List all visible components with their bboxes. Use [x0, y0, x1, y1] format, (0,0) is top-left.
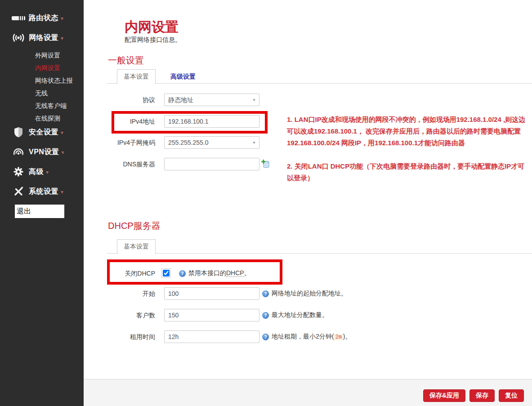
- dhcp-lease-input[interactable]: [164, 330, 259, 343]
- shield-icon: [8, 127, 29, 138]
- chevron-down-icon: [61, 187, 63, 196]
- sidebar-subitem-wan[interactable]: 外网设置: [35, 49, 60, 62]
- help-icon: [262, 334, 269, 340]
- gear-icon: [8, 166, 29, 177]
- dhcp-start-help: 网络地址的起始分配地址。: [272, 290, 347, 298]
- save-apply-button[interactable]: 保存&应用: [423, 389, 465, 402]
- dhcp-start-row: 开始 网络地址的起始分配地址。: [84, 287, 532, 300]
- dhcp-limit-label: 客户数: [108, 309, 155, 321]
- netmask-selected-value: 255.255.255.0: [164, 136, 259, 149]
- sidebar: 路由状态 网络设置 外网设置 内网设置 网络状态上报 无线 无线客户端 在线探测…: [0, 0, 84, 406]
- sidebar-item-label: 高级: [29, 167, 44, 177]
- dhcp-tab-basic-settings[interactable]: 基本设置: [117, 239, 156, 254]
- general-section-heading: 一般设置: [108, 54, 144, 67]
- router-admin-page: 路由状态 网络设置 外网设置 内网设置 网络状态上报 无线 无线客户端 在线探测…: [0, 0, 532, 406]
- chevron-down-icon: [46, 168, 49, 176]
- lease-min-code: 2m: [334, 334, 343, 340]
- sidebar-item-advanced[interactable]: 高级: [0, 165, 84, 178]
- chevron-down-icon: [61, 14, 63, 22]
- dns-input[interactable]: [164, 158, 259, 170]
- tab-divider: [107, 83, 532, 84]
- dns-label: DNS服务器: [108, 158, 155, 170]
- disable-dhcp-help: 禁用本接口的DHCP。: [188, 269, 250, 277]
- chevron-down-icon: [61, 148, 64, 156]
- signal-arcs-icon: [8, 147, 29, 157]
- sidebar-item-label: 网络设置: [29, 33, 58, 43]
- help-icon: [262, 290, 269, 297]
- tab-advanced-settings[interactable]: 高级设置: [170, 73, 196, 81]
- dhcp-section-heading: DHCP服务器: [108, 220, 161, 232]
- disable-dhcp-row: 关闭DHCP 禁用本接口的DHCP。: [84, 267, 532, 280]
- main-content: 内网设置 配置网络接口信息。 一般设置 基本设置 高级设置 协议 静态地址 IP…: [84, 0, 532, 406]
- help-text-part: 地址租期，最小2分钟(: [272, 333, 334, 340]
- protocol-label: 协议: [108, 94, 155, 106]
- help-icon: [179, 270, 186, 277]
- ipv4-address-label: IPv4地址: [108, 115, 155, 128]
- tab-basic-settings[interactable]: 基本设置: [117, 69, 156, 84]
- dhcp-start-label: 开始: [108, 287, 155, 300]
- chevron-down-icon: [61, 128, 63, 136]
- sidebar-subitem-wireless-clients[interactable]: 无线客户端: [35, 99, 67, 112]
- router-device-icon: [8, 14, 29, 22]
- page-subtitle: 配置网络接口信息。: [125, 36, 181, 44]
- dhcp-abbr: DHCP: [226, 269, 244, 277]
- tab-divider: [107, 253, 532, 254]
- protocol-selected-value: 静态地址: [164, 94, 259, 106]
- sidebar-subitem-lan-active[interactable]: 内网设置: [35, 62, 60, 74]
- sidebar-item-security[interactable]: 安全设置: [0, 126, 84, 138]
- sidebar-item-label: 路由状态: [29, 13, 58, 23]
- annotation-note-1: 1. LAN口IP改成和现场使用的网段不冲突的，例如现场用192.168.1.0…: [287, 114, 530, 149]
- disable-dhcp-label: 关闭DHCP: [108, 267, 155, 280]
- dhcp-start-input[interactable]: [164, 287, 259, 300]
- help-text-part: 。: [244, 269, 250, 277]
- netmask-label: IPv4子网掩码: [108, 136, 155, 149]
- sidebar-item-label: 安全设置: [29, 128, 58, 137]
- dhcp-limit-input[interactable]: [164, 309, 259, 321]
- dhcp-lease-label: 租用时间: [108, 330, 155, 343]
- add-entry-icon[interactable]: [261, 160, 270, 168]
- protocol-row: 协议 静态地址: [84, 94, 532, 106]
- sidebar-subitem-status-report[interactable]: 网络状态上报: [35, 74, 73, 87]
- dhcp-lease-row: 租用时间 地址租期，最小2分钟(2m)。: [84, 330, 532, 343]
- sidebar-item-network-settings[interactable]: 网络设置: [0, 31, 84, 44]
- dhcp-limit-row: 客户数 最大地址分配数量。: [84, 309, 532, 321]
- dhcp-lease-help: 地址租期，最小2分钟(2m)。: [272, 333, 352, 341]
- help-text-part: )。: [343, 333, 352, 340]
- netmask-select[interactable]: 255.255.255.0: [164, 136, 259, 149]
- ipv4-address-input[interactable]: [164, 115, 259, 128]
- footer-bar: 保存&应用 保存 复位: [84, 379, 532, 406]
- dhcp-limit-help: 最大地址分配数量。: [272, 311, 328, 319]
- chevron-down-icon: [61, 34, 63, 42]
- help-icon: [262, 312, 269, 319]
- annotation-note-2: 2. 关闭LAN口 DHCP功能（下次电脑需要登录路由器时，要手动配置静态IP才…: [287, 161, 530, 184]
- sidebar-item-router-status[interactable]: 路由状态: [0, 12, 84, 24]
- sidebar-item-label: VPN设置: [29, 147, 59, 157]
- logout-button[interactable]: 退出: [15, 205, 64, 218]
- broadcast-icon: [8, 33, 29, 43]
- sidebar-item-system[interactable]: 系统设置: [0, 185, 84, 198]
- save-button[interactable]: 保存: [469, 389, 495, 402]
- tools-icon: [8, 186, 29, 197]
- disable-dhcp-checkbox[interactable]: [163, 270, 170, 277]
- sidebar-subitem-wireless[interactable]: 无线: [35, 87, 48, 99]
- sidebar-item-label: 系统设置: [29, 187, 58, 196]
- sidebar-subitem-online-probe[interactable]: 在线探测: [35, 112, 60, 125]
- protocol-select[interactable]: 静态地址: [164, 94, 259, 106]
- help-text-part: 禁用本接口的: [188, 269, 226, 277]
- page-title: 内网设置: [125, 18, 179, 36]
- reset-button[interactable]: 复位: [499, 389, 524, 402]
- sidebar-item-vpn[interactable]: VPN设置: [0, 146, 84, 158]
